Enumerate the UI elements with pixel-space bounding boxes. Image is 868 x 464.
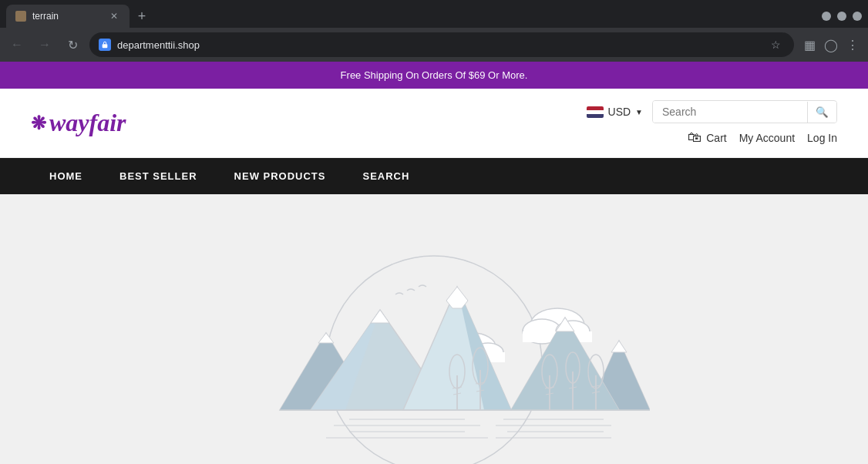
my-account-link[interactable]: My Account: [739, 132, 795, 144]
tab-close-button[interactable]: ✕: [108, 10, 120, 22]
currency-label: USD: [608, 106, 631, 118]
nav-item-new-products[interactable]: NEW PRODUCTS: [216, 158, 345, 194]
currency-selector[interactable]: USD ▼: [587, 106, 643, 118]
svg-marker-16: [318, 333, 334, 343]
active-tab[interactable]: terrain ✕: [6, 5, 130, 28]
secure-icon: [99, 39, 111, 51]
svg-rect-0: [17, 12, 25, 20]
promo-banner: Free Shipping On Orders Of $69 Or More.: [0, 62, 868, 89]
header-bottom-row: 🛍 Cart My Account Log In: [688, 129, 837, 146]
address-bar-row: ← → ↻ departmenttii.shop ☆ ▦ ◯ ⋮: [0, 28, 868, 62]
minimize-button[interactable]: [822, 12, 831, 21]
close-button[interactable]: [853, 12, 862, 21]
cart-icon: 🛍: [688, 129, 701, 146]
site-logo[interactable]: ❋ wayfair: [31, 109, 126, 137]
site-header: ❋ wayfair USD ▼ 🔍 🛍: [0, 89, 868, 158]
nav-item-best-seller[interactable]: BEST SELLER: [101, 158, 216, 194]
address-bar[interactable]: departmenttii.shop ☆: [89, 32, 794, 57]
header-top-row: USD ▼ 🔍: [587, 100, 837, 123]
hero-section: [0, 194, 868, 464]
tab-bar-left: terrain ✕ +: [0, 5, 151, 28]
url-text: departmenttii.shop: [117, 39, 760, 51]
search-icon: 🔍: [816, 106, 829, 118]
reload-button[interactable]: ↻: [62, 34, 83, 55]
cart-link[interactable]: 🛍 Cart: [688, 129, 726, 146]
hero-illustration: [218, 210, 650, 464]
tab-bar: terrain ✕ +: [0, 0, 868, 28]
forward-button[interactable]: →: [34, 34, 56, 55]
browser-chrome: terrain ✕ + ← → ↻ departmenttii.shop ☆ ▦…: [0, 0, 868, 62]
search-bar: 🔍: [652, 100, 837, 123]
tab-title: terrain: [32, 11, 102, 22]
bookmark-button[interactable]: ☆: [766, 35, 785, 54]
back-button[interactable]: ←: [6, 34, 28, 55]
svg-marker-22: [371, 310, 389, 323]
login-link[interactable]: Log In: [807, 132, 837, 144]
restore-button[interactable]: [837, 12, 846, 21]
promo-text: Free Shipping On Orders Of $69 Or More.: [341, 69, 528, 81]
search-input[interactable]: [653, 101, 807, 123]
logo-text: wayfair: [49, 109, 126, 137]
svg-marker-13: [611, 341, 627, 352]
browser-right-actions: ▦ ◯ ⋮: [800, 35, 862, 54]
currency-chevron-icon: ▼: [635, 108, 643, 116]
tab-favicon: [15, 11, 26, 22]
menu-button[interactable]: ⋮: [843, 35, 862, 54]
extensions-button[interactable]: ▦: [800, 35, 819, 54]
new-tab-button[interactable]: +: [133, 7, 151, 25]
svg-rect-1: [103, 44, 108, 48]
window-controls: [822, 12, 868, 21]
header-right: USD ▼ 🔍 🛍 Cart My Account Log In: [587, 100, 837, 146]
logo-icon: ❋: [31, 113, 46, 134]
nav-item-search[interactable]: SEARCH: [344, 158, 428, 194]
svg-marker-25: [446, 287, 468, 308]
us-flag-icon: [587, 106, 604, 118]
cart-label: Cart: [706, 132, 726, 144]
nav-item-home[interactable]: HOME: [31, 158, 101, 194]
search-button[interactable]: 🔍: [807, 102, 836, 123]
page-content: Free Shipping On Orders Of $69 Or More. …: [0, 62, 868, 464]
main-nav: HOME BEST SELLER NEW PRODUCTS SEARCH: [0, 158, 868, 194]
profile-button[interactable]: ◯: [822, 35, 840, 54]
address-actions: ☆: [766, 35, 785, 54]
